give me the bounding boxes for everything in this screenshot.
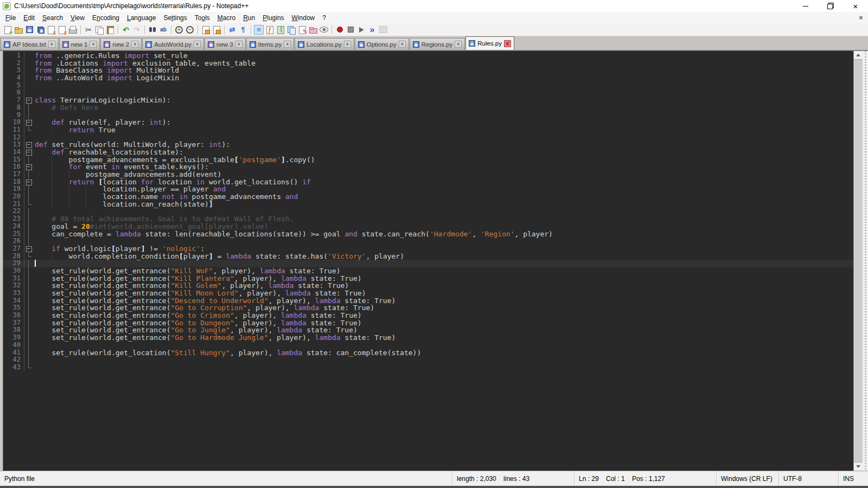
cut-icon[interactable]: [84, 25, 93, 35]
save-all-icon[interactable]: [35, 25, 45, 35]
code-line: 7class TerrariaLogic(LogicMixin):: [3, 97, 853, 104]
line-number: 21: [3, 201, 24, 208]
tab-close-icon[interactable]: x: [344, 41, 351, 48]
macro-playback-icon[interactable]: [356, 25, 366, 35]
code-editor[interactable]: 1from ..generic.Rules import set_rule2fr…: [3, 51, 853, 471]
close-button[interactable]: ×: [843, 0, 868, 12]
fold-margin: [24, 156, 34, 164]
print-icon[interactable]: [68, 25, 78, 35]
code-text: [34, 112, 35, 119]
open-folder-icon[interactable]: [14, 25, 23, 35]
tab-rules-py[interactable]: Rules.pyx: [465, 36, 514, 50]
tab-close-icon[interactable]: x: [455, 41, 462, 48]
document-map-icon[interactable]: [276, 25, 285, 35]
macro-stop-icon[interactable]: [346, 25, 355, 35]
save-state-icon: [358, 41, 365, 48]
fold-margin: [24, 364, 34, 371]
indent-guide-line: [86, 201, 86, 208]
show-all-characters-icon[interactable]: [238, 25, 248, 35]
scroll-down-icon[interactable]: [854, 463, 863, 471]
menu-run[interactable]: Run: [239, 13, 259, 23]
sync-scroll-vertical-icon[interactable]: [201, 25, 210, 35]
function-list-icon[interactable]: [265, 25, 275, 35]
redo-icon[interactable]: [132, 25, 142, 35]
tab-close-icon[interactable]: x: [90, 41, 97, 48]
menu-plugins[interactable]: Plugins: [259, 13, 288, 23]
macro-run-multiple-icon[interactable]: [367, 25, 377, 35]
menu-tools[interactable]: Tools: [191, 13, 214, 23]
menu-view[interactable]: View: [67, 13, 88, 23]
restore-button[interactable]: [818, 0, 843, 12]
fold-margin: [24, 134, 34, 142]
tab-new-1[interactable]: new 1x: [59, 38, 100, 50]
tab-close-icon[interactable]: x: [48, 41, 55, 48]
tab-new-3[interactable]: new 3x: [205, 38, 246, 50]
toolbar-separator: [144, 25, 145, 34]
close-file-icon[interactable]: [46, 25, 56, 35]
project-panel-icon[interactable]: [308, 25, 318, 35]
undo-icon[interactable]: [121, 25, 131, 35]
fold-toggle-icon[interactable]: [24, 141, 34, 149]
close-all-icon[interactable]: [57, 25, 67, 35]
menu-encoding[interactable]: Encoding: [88, 13, 123, 23]
fold-toggle-icon[interactable]: [24, 149, 34, 156]
fold-toggle-icon[interactable]: [24, 119, 34, 126]
tab-close-icon[interactable]: x: [131, 41, 138, 48]
menu-[interactable]: ?: [318, 13, 330, 23]
minimize-button[interactable]: [793, 0, 818, 12]
tab-autoworld-py[interactable]: AutoWorld.pyx: [142, 38, 204, 50]
tab-close-icon[interactable]: x: [504, 40, 511, 47]
macro-record-icon[interactable]: [335, 25, 344, 35]
indent-guide-line: [52, 185, 52, 193]
scroll-up-icon[interactable]: [854, 51, 863, 59]
menu-close-icon[interactable]: ×: [856, 14, 866, 22]
scrollbar-thumb[interactable]: [854, 59, 863, 463]
tab-close-icon[interactable]: x: [284, 41, 291, 48]
document-switcher-icon[interactable]: [286, 25, 296, 35]
menu-macro[interactable]: Macro: [214, 13, 239, 23]
tab-ap-ideas-txt[interactable]: AP Ideas.txtx: [1, 38, 59, 50]
tab-options-py[interactable]: Options.pyx: [355, 38, 409, 50]
code-text: return True: [34, 126, 116, 134]
menu-window[interactable]: Window: [288, 13, 319, 23]
toolbar-separator: [224, 25, 225, 34]
indent-guide-icon[interactable]: [254, 25, 264, 35]
line-number: 35: [3, 304, 24, 312]
fold-margin: [24, 171, 34, 178]
tab-close-icon[interactable]: x: [399, 41, 406, 48]
file-monitoring-icon[interactable]: [319, 25, 329, 35]
tab-close-icon[interactable]: x: [235, 41, 242, 48]
word-wrap-icon[interactable]: [227, 25, 237, 35]
indent-guide-line: [52, 171, 52, 178]
menu-file[interactable]: File: [2, 13, 20, 23]
edit-marker-icon[interactable]: [297, 25, 307, 35]
code-text: [34, 342, 35, 349]
tab-close-icon[interactable]: x: [194, 41, 201, 48]
paste-icon[interactable]: [105, 25, 115, 35]
fold-toggle-icon[interactable]: [24, 178, 34, 186]
menu-edit[interactable]: Edit: [20, 13, 39, 23]
sync-scroll-horizontal-icon[interactable]: [212, 25, 221, 35]
zoom-out-icon[interactable]: [185, 25, 195, 35]
tab-items-py[interactable]: Items.pyx: [246, 38, 294, 50]
save-icon[interactable]: [24, 25, 34, 35]
tab-new-2[interactable]: new 2x: [100, 38, 142, 50]
menu-search[interactable]: Search: [39, 13, 67, 23]
zoom-in-icon[interactable]: [174, 25, 184, 35]
code-line: 19 location.player == player and: [3, 185, 853, 193]
tab-regions-py[interactable]: Regions.pyx: [410, 38, 465, 50]
new-file-icon[interactable]: [3, 25, 12, 35]
replace-icon[interactable]: [158, 25, 168, 35]
menu-language[interactable]: Language: [123, 13, 159, 23]
copy-icon[interactable]: [94, 25, 104, 35]
fold-toggle-icon[interactable]: [24, 97, 34, 104]
tab-locations-py[interactable]: Locations.pyx: [295, 38, 354, 50]
menu-settings[interactable]: Settings: [159, 13, 190, 23]
macro-save-icon[interactable]: [378, 25, 388, 35]
vertical-scrollbar[interactable]: [853, 51, 863, 471]
fold-toggle-icon[interactable]: [24, 245, 34, 253]
find-icon[interactable]: [148, 25, 157, 35]
code-text: [34, 134, 35, 142]
fold-toggle-icon[interactable]: [24, 163, 34, 171]
status-length-lines: length : 2,030 lines : 43: [452, 471, 574, 486]
